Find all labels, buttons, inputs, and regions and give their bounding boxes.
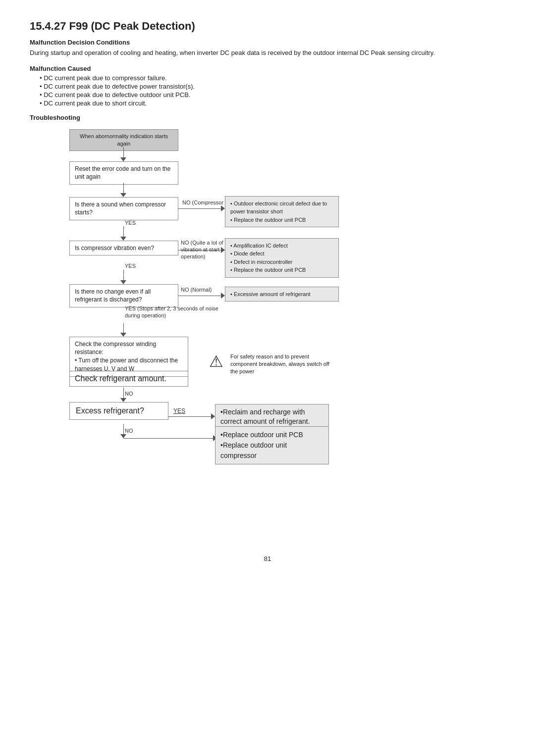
bullet-3: DC current peak due to defective outdoor…: [40, 91, 505, 99]
page-number: 81: [30, 555, 505, 562]
excess-refrigerant-box: Excess refrigerant?: [69, 402, 168, 420]
no-vibration-label: NO (Quite a lot of vibration at start op…: [181, 239, 230, 260]
yes2-label: YES: [125, 263, 136, 269]
bullet-2: DC current peak due to defective power t…: [40, 83, 505, 90]
yes-excess-label: YES: [173, 407, 185, 414]
yes-stops-label: YES (Stops after 2, 3 seconds of noise d…: [125, 305, 224, 319]
start-box: When abornormality indication starts aga…: [69, 129, 178, 151]
warning-icon: ⚠: [209, 352, 223, 371]
right3-box: • Excessive amount of refrigerant: [225, 287, 339, 302]
yes1-label: YES: [125, 220, 136, 226]
q1-box: Is there a sound when compressor starts?: [69, 197, 178, 221]
troubleshooting-title: Troubleshooting: [30, 114, 505, 121]
no2-label: NO: [125, 428, 133, 434]
q3-box: Is there no change even if all refrigera…: [69, 284, 178, 308]
right1-box: • Outdoor electronic circuit defect due …: [225, 196, 339, 228]
bullet-4: DC current peak due to short circuit.: [40, 100, 505, 107]
malfunction-decision-title: Malfunction Decision Conditions: [30, 39, 505, 46]
no-normal-label: NO (Normal): [181, 287, 212, 293]
check-refrigerant-box: Check refrigerant amount.: [69, 371, 188, 387]
malfunction-caused-list: DC current peak due to compressor failur…: [30, 74, 505, 107]
no-result-box: •Replace outdoor unit PCB •Replace outdo…: [215, 426, 329, 464]
no-label: NO: [125, 391, 133, 397]
safety-note: For safety reason and to prevent compone…: [230, 353, 334, 376]
malfunction-caused-title: Malfunction Caused: [30, 65, 505, 72]
malfunction-decision-body: During startup and operation of cooling …: [30, 48, 505, 58]
bullet-1: DC current peak due to compressor failur…: [40, 74, 505, 82]
reset-box: Reset the error code and turn on the uni…: [69, 161, 178, 185]
flowchart: When abornormality indication starts aga…: [30, 129, 505, 535]
q2-box: Is compressor vibration even?: [69, 241, 178, 256]
right2-box: • Amplification IC defect • Diode defect…: [225, 238, 339, 278]
page-title: 15.4.27 F99 (DC Peak Detection): [30, 20, 505, 33]
